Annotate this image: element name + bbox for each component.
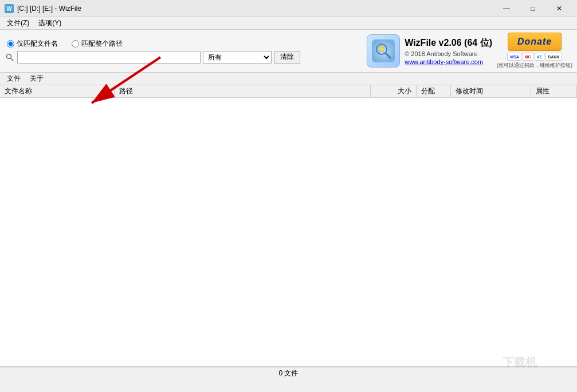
title-bar-left: W [C:] [D:] [E:] - WizFile: [5, 4, 81, 13]
title-controls: — □ ✕: [493, 0, 572, 17]
search-input[interactable]: [17, 51, 201, 64]
search-icon: [5, 52, 15, 62]
logo-text: WizFile v2.06 (64 位) © 2018 Antibody Sof…: [405, 37, 492, 65]
app-icon: W: [5, 4, 14, 13]
col-header-filename[interactable]: 文件名称: [0, 85, 115, 97]
table-container: 文件名称 路径 大小 分配 修改时间 属性: [0, 85, 577, 367]
col-header-size[interactable]: 大小: [371, 85, 417, 97]
menu-bar: 文件(Z) 选项(Y): [0, 17, 577, 30]
donate-note: (您可以通过捐款，继续维护按钮): [497, 62, 572, 69]
radio-fullpath-input[interactable]: [72, 40, 79, 47]
sub-menu-bar: 文件 关于: [0, 73, 577, 85]
donate-button[interactable]: Donate: [508, 33, 562, 51]
maximize-button[interactable]: □: [520, 0, 546, 17]
logo-url[interactable]: www.antibody-software.com: [405, 58, 492, 65]
table-area: 文件名称 路径 大小 分配 修改时间 属性: [0, 85, 577, 367]
toolbar-left: 仅匹配文件名 匹配整个路径 所有 文件夹: [5, 39, 362, 64]
menu-item-file[interactable]: 文件(Z): [2, 17, 34, 29]
title-bar: W [C:] [D:] [E:] - WizFile — □ ✕: [0, 0, 577, 17]
submenu-about[interactable]: 关于: [25, 73, 48, 85]
radio-filename-label: 仅匹配文件名: [17, 39, 58, 49]
bank-icon: BANK: [545, 53, 562, 61]
amex-icon: AE: [535, 53, 545, 61]
search-row: 所有 文件夹 文件 清除: [5, 51, 362, 64]
col-header-attrs[interactable]: 属性: [531, 85, 577, 97]
logo-title: WizFile v2.06 (64 位): [405, 37, 492, 49]
col-header-alloc[interactable]: 分配: [417, 85, 451, 97]
table-header: 文件名称 路径 大小 分配 修改时间 属性: [0, 85, 577, 98]
status-bar: 0 文件: [0, 367, 577, 379]
radio-filename-input[interactable]: [7, 40, 14, 47]
svg-text:W: W: [6, 6, 12, 12]
search-filter-select[interactable]: 所有 文件夹 文件: [203, 51, 272, 64]
svg-line-3: [11, 58, 14, 61]
logo-area: WizFile v2.06 (64 位) © 2018 Antibody Sof…: [367, 34, 492, 68]
close-button[interactable]: ✕: [546, 0, 572, 17]
donate-area: Donate VISA MC AE BANK (您可以通过捐款，继续维护按钮): [497, 33, 572, 69]
title-text: [C:] [D:] [E:] - WizFile: [17, 5, 81, 13]
radio-fullpath[interactable]: 匹配整个路径: [72, 39, 123, 49]
svg-point-2: [7, 54, 11, 58]
submenu-files[interactable]: 文件: [2, 73, 25, 85]
radio-filename[interactable]: 仅匹配文件名: [7, 39, 58, 49]
payment-icons: VISA MC AE BANK: [507, 53, 562, 61]
menu-item-options[interactable]: 选项(Y): [34, 17, 66, 29]
minimize-button[interactable]: —: [493, 0, 520, 17]
clear-button[interactable]: 清除: [274, 51, 300, 64]
mastercard-icon: MC: [523, 53, 533, 61]
radio-row: 仅匹配文件名 匹配整个路径: [5, 39, 362, 49]
radio-fullpath-label: 匹配整个路径: [81, 39, 123, 49]
table-body: [0, 98, 577, 366]
col-header-path[interactable]: 路径: [115, 85, 371, 97]
toolbar: 仅匹配文件名 匹配整个路径 所有 文件夹: [0, 30, 577, 73]
col-header-modified[interactable]: 修改时间: [451, 85, 531, 97]
visa-icon: VISA: [507, 53, 521, 61]
logo-copyright: © 2018 Antibody Software: [405, 50, 492, 57]
app-logo-icon: [367, 34, 400, 68]
status-text: 0 文件: [278, 369, 298, 378]
